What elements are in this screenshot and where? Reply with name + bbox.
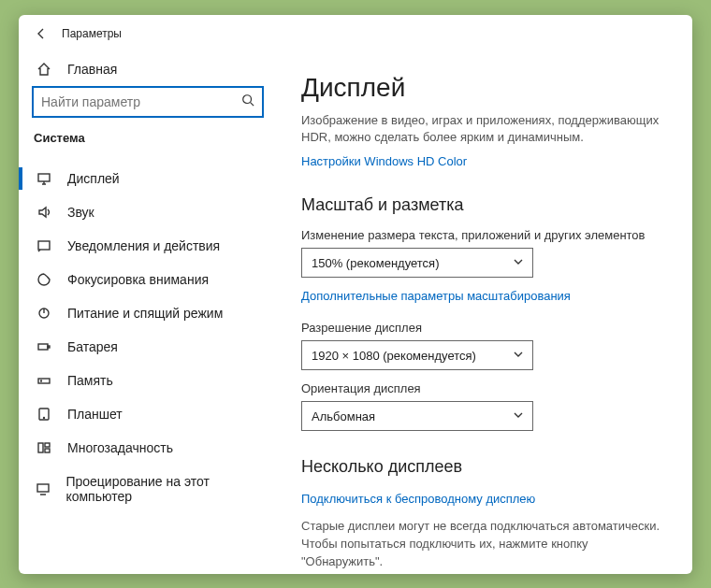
- sidebar: Главная Система Дисплей: [19, 52, 277, 574]
- content: Дисплей Изображение в видео, играх и при…: [277, 52, 692, 574]
- resolution-label: Разрешение дисплея: [301, 321, 668, 335]
- svg-rect-12: [45, 449, 50, 452]
- orientation-label: Ориентация дисплея: [301, 381, 668, 395]
- multi-description: Старые дисплеи могут не всегда подключат…: [301, 518, 668, 571]
- multitask-icon: [34, 440, 54, 455]
- sidebar-item-projecting[interactable]: Проецирование на этот компьютер: [19, 465, 277, 513]
- svg-rect-13: [37, 484, 49, 492]
- chevron-down-icon: [514, 350, 523, 361]
- sidebar-item-sound[interactable]: Звук: [19, 195, 277, 229]
- sidebar-item-label: Фокусировка внимания: [67, 272, 209, 287]
- svg-rect-4: [38, 344, 48, 350]
- titlebar: Параметры: [19, 15, 692, 52]
- sidebar-home-label: Главная: [67, 62, 117, 77]
- sidebar-item-label: Многозадачность: [67, 440, 173, 455]
- scale-dropdown[interactable]: 150% (рекомендуется): [301, 248, 533, 278]
- svg-rect-2: [38, 241, 50, 250]
- settings-window: Параметры Главная Система: [19, 15, 692, 574]
- projecting-icon: [34, 481, 52, 496]
- sidebar-item-label: Проецирование на этот компьютер: [65, 474, 264, 504]
- sidebar-item-storage[interactable]: Память: [19, 364, 277, 397]
- scale-value: 150% (рекомендуется): [312, 256, 439, 270]
- svg-rect-10: [38, 443, 43, 452]
- multi-displays-heading: Несколько дисплеев: [301, 457, 668, 477]
- orientation-value: Альбомная: [312, 409, 375, 423]
- advanced-scaling-link[interactable]: Дополнительные параметры масштабирования: [301, 289, 571, 303]
- display-icon: [34, 171, 54, 186]
- svg-rect-11: [45, 443, 50, 447]
- sidebar-section-label: Система: [19, 131, 277, 154]
- chevron-down-icon: [514, 257, 523, 268]
- hdr-description: Изображение в видео, играх и приложениях…: [301, 112, 668, 148]
- search-input[interactable]: [41, 94, 241, 109]
- app-title: Параметры: [62, 27, 122, 40]
- home-icon: [34, 62, 54, 77]
- app-body: Главная Система Дисплей: [19, 52, 692, 574]
- chevron-down-icon: [514, 410, 523, 422]
- sidebar-home[interactable]: Главная: [19, 52, 277, 86]
- orientation-dropdown[interactable]: Альбомная: [301, 401, 533, 431]
- scale-heading: Масштаб и разметка: [301, 195, 668, 215]
- sidebar-item-label: Планшет: [67, 407, 123, 422]
- sidebar-item-focus[interactable]: Фокусировка внимания: [19, 263, 277, 296]
- svg-rect-5: [48, 346, 50, 348]
- resolution-dropdown[interactable]: 1920 × 1080 (рекомендуется): [301, 340, 533, 370]
- sidebar-nav: Дисплей Звук Уведомления и действия: [19, 154, 277, 513]
- back-button[interactable]: [32, 26, 51, 41]
- sidebar-item-display[interactable]: Дисплей: [19, 162, 277, 195]
- page-title: Дисплей: [301, 73, 668, 103]
- power-icon: [34, 306, 54, 321]
- notification-icon: [34, 238, 54, 253]
- sidebar-item-label: Дисплей: [67, 171, 120, 186]
- sidebar-item-label: Уведомления и действия: [67, 238, 220, 253]
- sidebar-item-tablet[interactable]: Планшет: [19, 397, 277, 431]
- search-icon: [241, 93, 254, 109]
- sidebar-item-battery[interactable]: Батарея: [19, 330, 277, 364]
- storage-icon: [34, 373, 54, 388]
- tablet-icon: [34, 407, 54, 422]
- battery-icon: [34, 339, 54, 354]
- svg-point-9: [44, 417, 45, 418]
- scale-label: Изменение размера текста, приложений и д…: [301, 228, 668, 242]
- sidebar-item-label: Батарея: [67, 339, 118, 354]
- svg-rect-1: [38, 174, 50, 181]
- focus-icon: [34, 272, 54, 287]
- svg-point-7: [41, 380, 42, 381]
- sidebar-item-label: Питание и спящий режим: [67, 306, 223, 321]
- sidebar-item-power[interactable]: Питание и спящий режим: [19, 296, 277, 330]
- search-wrap: [19, 86, 277, 131]
- wireless-display-link[interactable]: Подключиться к беспроводному дисплею: [301, 492, 535, 506]
- svg-rect-6: [38, 379, 50, 383]
- sidebar-item-notifications[interactable]: Уведомления и действия: [19, 229, 277, 263]
- sound-icon: [34, 205, 54, 220]
- sidebar-item-label: Звук: [67, 205, 94, 220]
- svg-point-0: [243, 95, 252, 104]
- sidebar-item-label: Память: [67, 373, 113, 388]
- resolution-value: 1920 × 1080 (рекомендуется): [312, 349, 476, 363]
- sidebar-item-multitask[interactable]: Многозадачность: [19, 431, 277, 465]
- search-box[interactable]: [32, 86, 264, 118]
- hdr-settings-link[interactable]: Настройки Windows HD Color: [301, 154, 467, 168]
